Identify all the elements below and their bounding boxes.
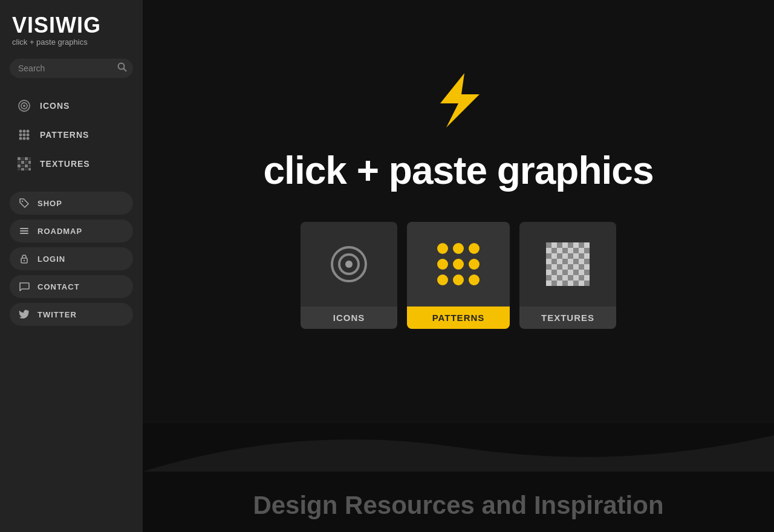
cards-row: ICONS PATTERN xyxy=(301,222,616,329)
texture-cell xyxy=(584,270,590,275)
twitter-label: TWITTER xyxy=(37,310,77,319)
svg-rect-28 xyxy=(25,168,28,170)
dot xyxy=(453,274,464,285)
sidebar-item-patterns[interactable]: PATTERNS xyxy=(10,122,133,148)
svg-point-12 xyxy=(23,137,26,140)
svg-rect-18 xyxy=(18,161,21,164)
shop-label: SHOP xyxy=(37,199,62,208)
texture-cell xyxy=(584,242,590,248)
texture-cell xyxy=(562,264,568,270)
texture-cell xyxy=(579,242,584,248)
texture-cell xyxy=(562,248,568,253)
sidebar: VISIWIG click + paste graphics ICONS xyxy=(0,0,143,532)
texture-cell xyxy=(573,270,579,275)
texture-cell xyxy=(584,259,590,264)
texture-cell xyxy=(573,242,579,248)
dot xyxy=(469,259,480,270)
texture-cell xyxy=(584,264,590,270)
svg-point-38 xyxy=(345,261,353,268)
texture-cell xyxy=(562,242,568,248)
texture-cell xyxy=(573,264,579,270)
dot xyxy=(469,274,480,285)
texture-cell xyxy=(573,259,579,264)
texture-cell xyxy=(568,253,573,259)
card-patterns-image xyxy=(407,222,510,307)
svg-rect-23 xyxy=(21,164,24,167)
texture-cell xyxy=(557,248,562,253)
card-textures-label: TEXTURES xyxy=(519,307,616,329)
card-icons-image xyxy=(301,222,397,307)
texture-cell xyxy=(568,259,573,264)
texture-cell xyxy=(557,259,562,264)
texture-cell xyxy=(546,248,551,253)
btn-section: SHOP ROADMAP LOGIN xyxy=(10,192,133,326)
card-patterns[interactable]: PATTERNS xyxy=(407,222,510,329)
texture-cell xyxy=(551,264,557,270)
twitter-button[interactable]: TWITTER xyxy=(10,303,133,326)
texture-cell xyxy=(562,270,568,275)
login-button[interactable]: LOGIN xyxy=(10,247,133,270)
nav-section: ICONS PATTERNS xyxy=(10,92,133,177)
bottom-section-title: Design Resources and Inspiration xyxy=(143,491,774,520)
svg-point-35 xyxy=(24,260,25,261)
texture-cell xyxy=(579,259,584,264)
svg-rect-26 xyxy=(18,168,21,170)
hero-section: click + paste graphics ICONS xyxy=(143,0,774,423)
search-input[interactable] xyxy=(18,63,115,73)
card-textures-image xyxy=(519,222,616,307)
svg-rect-19 xyxy=(21,161,24,164)
dot xyxy=(437,274,448,285)
contact-button[interactable]: CONTACT xyxy=(10,275,133,298)
texture-cell xyxy=(568,242,573,248)
dot xyxy=(437,259,448,270)
texture-cell xyxy=(579,281,584,286)
texture-cell xyxy=(579,264,584,270)
shop-button[interactable]: SHOP xyxy=(10,192,133,215)
texture-cell xyxy=(584,281,590,286)
svg-rect-25 xyxy=(28,164,31,167)
texture-cell xyxy=(562,281,568,286)
search-bar[interactable] xyxy=(10,59,133,78)
dot xyxy=(453,243,464,254)
logo-subtitle: click + paste graphics xyxy=(12,37,133,47)
texture-cell xyxy=(551,253,557,259)
main-content: click + paste graphics ICONS xyxy=(143,0,774,532)
texture-cell xyxy=(584,248,590,253)
dot xyxy=(469,243,480,254)
sidebar-item-icons[interactable]: ICONS xyxy=(10,92,133,119)
dot xyxy=(453,259,464,270)
svg-point-4 xyxy=(23,105,25,107)
dot xyxy=(437,243,448,254)
sidebar-item-textures[interactable]: TEXTURES xyxy=(10,151,133,177)
card-textures[interactable]: TEXTURES xyxy=(519,222,616,329)
svg-rect-20 xyxy=(25,161,28,164)
texture-cell xyxy=(551,281,557,286)
card-icons[interactable]: ICONS xyxy=(301,222,397,329)
svg-rect-21 xyxy=(28,161,31,164)
tag-icon xyxy=(18,197,30,209)
svg-rect-32 xyxy=(20,230,28,232)
nav-textures-label: TEXTURES xyxy=(40,159,90,169)
card-patterns-label: PATTERNS xyxy=(407,307,510,329)
nav-patterns-label: PATTERNS xyxy=(40,130,89,140)
svg-rect-29 xyxy=(28,168,31,170)
checkerboard xyxy=(546,242,590,286)
svg-point-30 xyxy=(22,201,23,202)
svg-point-11 xyxy=(19,137,22,140)
texture-cell xyxy=(562,253,568,259)
chat-icon xyxy=(18,281,30,293)
roadmap-button[interactable]: ROADMAP xyxy=(10,219,133,242)
texture-cell xyxy=(546,275,551,281)
bottom-section: Design Resources and Inspiration xyxy=(143,423,774,532)
svg-rect-24 xyxy=(25,164,28,167)
texture-icon xyxy=(16,155,33,172)
card-icons-label: ICONS xyxy=(301,307,397,329)
texture-cell xyxy=(562,259,568,264)
texture-cell xyxy=(579,253,584,259)
texture-cell xyxy=(579,275,584,281)
grid-icon xyxy=(16,126,33,143)
target-icon xyxy=(16,97,33,114)
texture-cell xyxy=(551,242,557,248)
texture-cell xyxy=(562,275,568,281)
svg-rect-15 xyxy=(21,157,24,160)
